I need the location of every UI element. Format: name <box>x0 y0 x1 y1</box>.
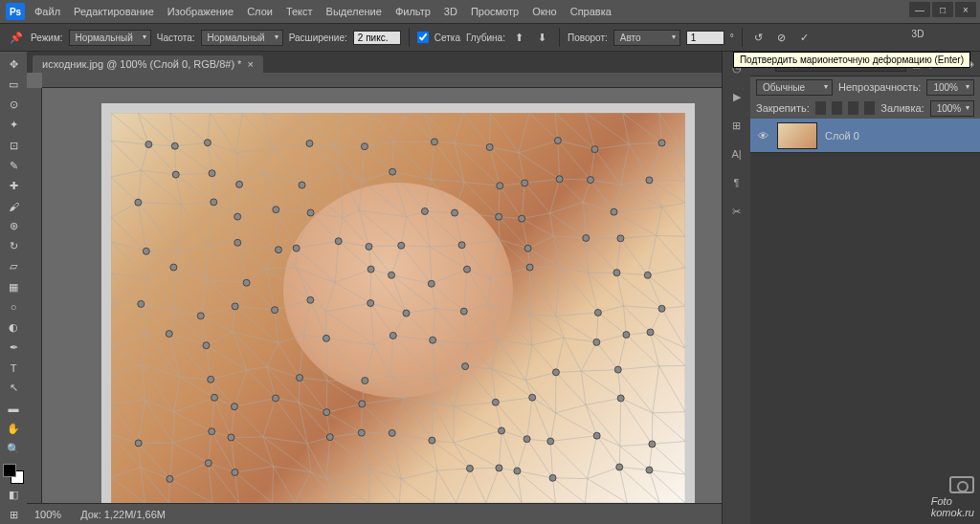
move-tool[interactable]: ✥ <box>3 55 24 74</box>
history-brush-tool[interactable]: ↻ <box>3 237 24 255</box>
actions-panel-icon[interactable]: ▶ <box>728 88 746 105</box>
ruler-vertical[interactable] <box>27 88 42 503</box>
lock-pixels-icon[interactable] <box>815 101 826 115</box>
opacity-input[interactable]: 100% <box>926 79 974 96</box>
svg-line-417 <box>433 340 465 366</box>
tab-close-icon[interactable]: × <box>247 58 253 70</box>
lock-all-icon[interactable] <box>848 101 858 115</box>
svg-point-748 <box>362 378 368 384</box>
lock-fill-icon[interactable] <box>864 101 875 115</box>
menu-filter[interactable]: Фильтр <box>395 6 431 17</box>
frequency-dropdown[interactable]: Нормальный <box>201 30 283 46</box>
fill-input[interactable]: 100% <box>930 100 974 117</box>
svg-line-492 <box>653 366 659 413</box>
visibility-icon[interactable]: 👁 <box>756 129 769 142</box>
separator <box>559 28 560 47</box>
crop-tool[interactable]: ⊡ <box>3 137 24 155</box>
reset-icon[interactable]: ↺ <box>750 29 768 46</box>
angle-input[interactable] <box>686 31 724 45</box>
svg-line-103 <box>629 142 661 143</box>
depth-back-icon[interactable]: ⬇ <box>534 29 551 46</box>
dodge-tool[interactable]: ◐ <box>3 318 24 337</box>
color-swatch[interactable] <box>3 464 24 484</box>
lasso-tool[interactable]: ⊙ <box>3 96 24 114</box>
svg-line-110 <box>111 170 142 177</box>
cancel-icon[interactable]: ⊘ <box>773 29 791 46</box>
svg-line-62 <box>175 146 176 175</box>
hand-tool[interactable]: ✋ <box>3 420 24 438</box>
pen-tool[interactable]: ✒ <box>3 338 24 357</box>
svg-line-40 <box>519 113 529 153</box>
puppet-mesh[interactable] <box>111 113 685 503</box>
depth-forward-icon[interactable]: ⬆ <box>511 29 528 46</box>
svg-line-23 <box>340 113 365 146</box>
properties-panel-icon[interactable]: ⊞ <box>728 117 746 134</box>
zoom-level[interactable]: 100% <box>34 509 61 520</box>
svg-point-716 <box>524 245 531 251</box>
svg-line-405 <box>304 335 327 381</box>
svg-line-152 <box>560 179 590 180</box>
svg-line-662 <box>553 478 556 503</box>
canvas[interactable] <box>101 103 695 503</box>
menu-edit[interactable]: Редактирование <box>74 6 154 17</box>
gradient-tool[interactable]: ▦ <box>3 278 24 296</box>
close-button[interactable]: × <box>955 2 976 17</box>
mesh-checkbox[interactable] <box>417 32 429 43</box>
expansion-input[interactable] <box>353 31 401 45</box>
brush-tool[interactable]: 🖌 <box>3 197 24 215</box>
svg-line-361 <box>433 308 435 339</box>
svg-line-105 <box>629 144 649 181</box>
stamp-tool[interactable]: ⊛ <box>3 217 24 235</box>
canvas-viewport[interactable] <box>27 73 722 503</box>
heal-tool[interactable]: ✚ <box>3 177 24 195</box>
svg-line-600 <box>620 446 650 469</box>
menu-file[interactable]: Файл <box>34 6 60 17</box>
svg-line-426 <box>532 345 556 373</box>
menu-layers[interactable]: Слои <box>247 6 273 17</box>
menu-window[interactable]: Окно <box>532 6 557 17</box>
layer-thumbnail[interactable] <box>777 122 817 149</box>
type-tool[interactable]: T <box>3 359 24 377</box>
svg-line-611 <box>141 468 169 503</box>
minimize-button[interactable]: — <box>909 2 930 17</box>
blur-tool[interactable]: ○ <box>3 298 24 317</box>
marquee-tool[interactable]: ▭ <box>3 76 24 94</box>
eraser-tool[interactable]: ▱ <box>3 257 24 275</box>
3d-label[interactable]: 3D <box>865 29 970 39</box>
mode-dropdown[interactable]: Нормальный <box>69 30 151 46</box>
svg-line-207 <box>550 202 583 213</box>
menu-image[interactable]: Изображение <box>167 6 234 17</box>
svg-point-701 <box>273 207 279 213</box>
quickmask-tool[interactable]: ◧ <box>3 486 24 504</box>
menu-text[interactable]: Текст <box>286 6 313 17</box>
blend-mode-dropdown[interactable]: Обычные <box>756 79 833 96</box>
shape-tool[interactable]: ▬ <box>3 399 24 417</box>
eyedropper-tool[interactable]: ✎ <box>3 157 24 175</box>
path-tool[interactable]: ↖ <box>3 379 24 397</box>
svg-line-275 <box>111 273 149 278</box>
svg-line-107 <box>649 142 661 180</box>
wand-tool[interactable]: ✦ <box>3 116 24 134</box>
pin-icon[interactable]: 📌 <box>8 29 25 46</box>
brush-panel-icon[interactable]: ✂ <box>728 203 746 220</box>
zoom-tool[interactable]: 🔍 <box>3 440 24 458</box>
character-panel-icon[interactable]: A| <box>728 145 746 163</box>
svg-point-774 <box>232 469 238 476</box>
lock-position-icon[interactable] <box>832 101 842 115</box>
menu-view[interactable]: Просмотр <box>471 6 519 17</box>
camera-icon <box>949 476 974 493</box>
ruler-horizontal[interactable] <box>42 73 722 88</box>
svg-line-335 <box>141 304 168 334</box>
layer-row[interactable]: 👁 Слой 0 <box>750 119 980 153</box>
commit-icon[interactable]: ✓ <box>796 29 813 46</box>
rotate-dropdown[interactable]: Авто <box>613 30 680 46</box>
maximize-button[interactable]: □ <box>932 2 953 17</box>
document-tab[interactable]: исходник.jpg @ 100% (Слой 0, RGB/8#) * × <box>33 55 263 73</box>
svg-line-16 <box>263 113 274 148</box>
paragraph-panel-icon[interactable]: ¶ <box>728 174 746 191</box>
layer-name[interactable]: Слой 0 <box>825 130 859 142</box>
screenmode-tool[interactable]: ⊞ <box>3 506 24 524</box>
menu-select[interactable]: Выделение <box>326 6 382 17</box>
menu-help[interactable]: Справка <box>570 6 612 17</box>
menu-3d[interactable]: 3D <box>444 6 457 17</box>
